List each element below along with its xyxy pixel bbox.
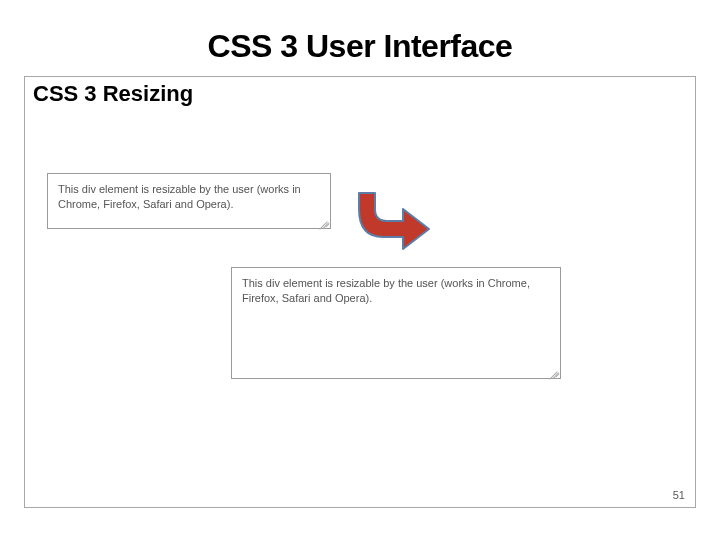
page-number: 51 <box>673 489 685 501</box>
demo-text-before: This div element is resizable by the use… <box>58 183 301 210</box>
resizable-div-before: This div element is resizable by the use… <box>47 173 331 229</box>
slide-title: CSS 3 User Interface <box>0 28 720 65</box>
resizable-div-after: This div element is resizable by the use… <box>231 267 561 379</box>
resize-grip-icon <box>319 217 329 227</box>
slide-subtitle: CSS 3 Resizing <box>33 81 193 107</box>
demo-text-after: This div element is resizable by the use… <box>242 277 530 304</box>
resize-grip-icon <box>549 367 559 377</box>
content-frame: CSS 3 Resizing This div element is resiz… <box>24 76 696 508</box>
curved-arrow-icon <box>355 187 435 267</box>
